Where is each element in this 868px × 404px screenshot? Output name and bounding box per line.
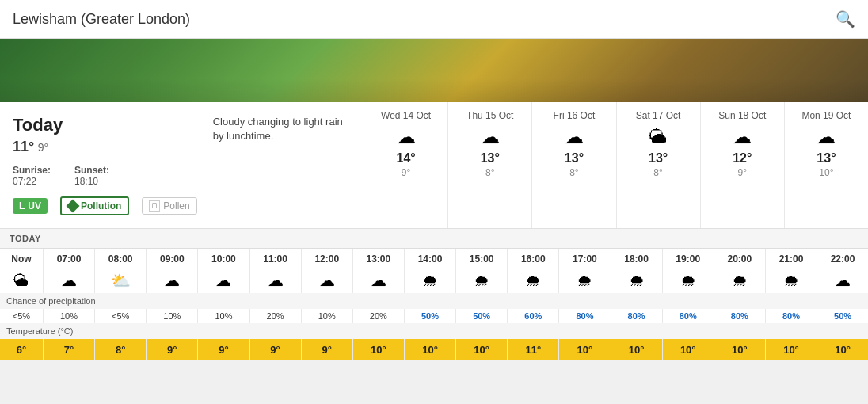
hour-time-3: 09:00 [147, 249, 198, 268]
forecast-high: 13° [791, 151, 862, 166]
precip-val-4: 10% [198, 309, 249, 323]
forecast-high: 13° [539, 151, 609, 166]
indicators: L UV Pollution Pollen [13, 196, 197, 215]
temp-val-13: 10° [662, 339, 714, 360]
precip-val-3: 10% [147, 309, 198, 323]
hour-icon-8: 🌧 [404, 268, 455, 293]
forecast-weather-icon: ☁ [539, 126, 609, 148]
hourly-section: TODAY Now07:0008:0009:0010:0011:0012:001… [0, 228, 868, 360]
temp-val-5: 9° [249, 339, 301, 360]
temp-val-15: 10° [765, 339, 817, 360]
precip-val-12: 80% [611, 309, 662, 323]
hour-icon-14: 🌧 [714, 268, 765, 293]
precip-val-0: <5% [0, 309, 43, 323]
pollen-label: Pollen [163, 200, 189, 212]
hour-time-15: 21:00 [765, 249, 817, 268]
forecast-low: 8° [455, 167, 525, 178]
temp-val-2: 8° [95, 339, 147, 360]
hour-time-0: Now [0, 249, 43, 268]
pollution-label: Pollution [81, 200, 121, 212]
hour-icon-12: 🌧 [611, 268, 662, 293]
precip-val-15: 80% [765, 309, 817, 323]
temp-val-10: 11° [508, 339, 559, 360]
hour-time-1: 07:00 [43, 249, 94, 268]
precip-val-11: 80% [559, 309, 611, 323]
hourly-table: Now07:0008:0009:0010:0011:0012:0013:0014… [0, 249, 868, 360]
forecast-high: 13° [623, 151, 694, 166]
forecast-day-5[interactable]: Mon 19 Oct ☁ 13° 10° [785, 102, 868, 228]
uv-badge[interactable]: L UV [13, 198, 48, 214]
forecast-weather-icon: 🌥 [623, 126, 694, 148]
forecast-low: 8° [623, 167, 694, 178]
temp-val-8: 10° [404, 339, 455, 360]
search-icon[interactable]: 🔍 [836, 10, 855, 29]
pollution-badge[interactable]: Pollution [60, 196, 129, 215]
hour-icon-6: ☁ [301, 268, 352, 293]
hour-icon-13: 🌧 [662, 268, 714, 293]
forecast-low: 9° [371, 167, 441, 178]
temp-val-16: 10° [817, 339, 868, 360]
pollen-badge[interactable]: Pollen [142, 197, 196, 215]
pollution-diamond-icon [67, 200, 80, 213]
precip-val-16: 50% [817, 309, 868, 323]
temp-val-3: 9° [147, 339, 198, 360]
today-low: 9° [38, 141, 48, 154]
forecast-low: 8° [539, 167, 609, 178]
precip-label: Chance of precipitation [0, 293, 868, 309]
precip-val-1: 10% [43, 309, 94, 323]
precip-val-5: 20% [249, 309, 301, 323]
forecast-weather-icon: ☁ [371, 126, 441, 148]
hour-time-16: 22:00 [817, 249, 868, 268]
hour-icon-2: ⛅ [95, 268, 147, 293]
forecast-day-3[interactable]: Sat 17 Oct 🌥 13° 8° [617, 102, 701, 228]
hour-icon-11: 🌧 [559, 268, 611, 293]
forecast-low: 10° [791, 167, 862, 178]
precip-val-13: 80% [662, 309, 714, 323]
main-content: Today 11° 9° Sunrise: 07:22 Sunset: 18:1… [0, 102, 868, 228]
today-label: Today [13, 115, 197, 135]
today-panel: Today 11° 9° Sunrise: 07:22 Sunset: 18:1… [0, 102, 364, 228]
forecast-day-4[interactable]: Sun 18 Oct ☁ 12° 9° [701, 102, 785, 228]
hero-image [0, 39, 868, 102]
temp-val-12: 10° [611, 339, 662, 360]
hourly-header: TODAY [0, 229, 868, 249]
hour-time-13: 19:00 [662, 249, 714, 268]
hour-time-8: 14:00 [404, 249, 455, 268]
hour-time-6: 12:00 [301, 249, 352, 268]
hour-time-5: 11:00 [249, 249, 301, 268]
precip-val-14: 80% [714, 309, 765, 323]
sunrise-label: Sunrise: [13, 165, 51, 176]
sunset-time: 18:10 [74, 176, 98, 187]
precip-val-9: 50% [456, 309, 508, 323]
hour-time-2: 08:00 [95, 249, 147, 268]
forecast-day-1[interactable]: Thu 15 Oct ☁ 13° 8° [448, 102, 532, 228]
hour-icon-1: ☁ [43, 268, 94, 293]
forecast-day-name: Thu 15 Oct [455, 110, 525, 121]
page-title: Lewisham (Greater London) [13, 11, 190, 28]
hour-icon-0: 🌥 [0, 268, 43, 293]
precip-val-8: 50% [404, 309, 455, 323]
precip-val-6: 10% [301, 309, 352, 323]
hour-icon-5: ☁ [249, 268, 301, 293]
hour-icon-7: ☁ [352, 268, 404, 293]
hour-time-4: 10:00 [198, 249, 249, 268]
temp-label: Temperature (°C) [0, 323, 868, 339]
hour-icon-4: ☁ [198, 268, 249, 293]
forecast-strip: Wed 14 Oct ☁ 14° 9° Thu 15 Oct ☁ 13° 8° … [364, 102, 868, 228]
sunrise-time: 07:22 [13, 176, 36, 187]
hour-icon-3: ☁ [147, 268, 198, 293]
forecast-high: 12° [707, 151, 778, 166]
hour-icon-10: 🌧 [508, 268, 559, 293]
temp-val-4: 9° [198, 339, 249, 360]
temp-val-7: 10° [352, 339, 404, 360]
forecast-high: 14° [371, 151, 441, 166]
hour-icon-16: ☁ [817, 268, 868, 293]
forecast-day-0[interactable]: Wed 14 Oct ☁ 14° 9° [364, 102, 448, 228]
hour-time-10: 16:00 [508, 249, 559, 268]
forecast-day-name: Fri 16 Oct [539, 110, 609, 121]
sunset-label: Sunset: [74, 165, 109, 176]
forecast-day-2[interactable]: Fri 16 Oct ☁ 13° 8° [532, 102, 616, 228]
temp-val-1: 7° [43, 339, 94, 360]
hour-time-9: 15:00 [456, 249, 508, 268]
forecast-day-name: Mon 19 Oct [791, 110, 862, 121]
